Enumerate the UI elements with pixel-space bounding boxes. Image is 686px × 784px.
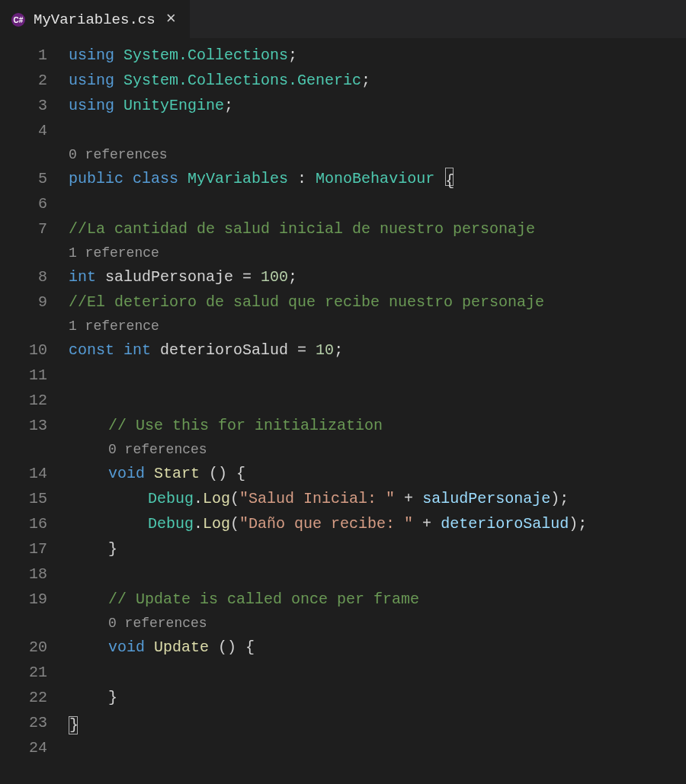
line-number: 11 — [0, 363, 47, 388]
tab-filename: MyVariables.cs — [34, 11, 155, 28]
csharp-file-icon: C# — [11, 12, 26, 27]
codelens-references[interactable]: 1 reference — [69, 242, 686, 264]
code-line[interactable]: void Start () { — [69, 461, 686, 486]
code-line[interactable]: // Use this for initialization — [69, 413, 686, 438]
line-number: 8 — [0, 264, 47, 290]
code-line[interactable]: } — [69, 710, 686, 735]
matched-brace: } — [69, 716, 78, 734]
code-editor[interactable]: 1 2 3 4 5 6 7 8 9 10 11 12 13 14 15 16 1… — [0, 38, 686, 784]
code-line[interactable]: Debug.Log("Salud Inicial: " + saludPerso… — [69, 486, 686, 511]
editor-cursor — [445, 168, 454, 186]
code-line[interactable]: int saludPersonaje = 100; — [69, 264, 686, 290]
line-number: 17 — [0, 536, 47, 562]
code-line[interactable]: //La cantidad de salud inicial de nuestr… — [69, 216, 686, 242]
line-number: 3 — [0, 93, 47, 118]
code-line[interactable]: } — [69, 685, 686, 710]
codelens-references[interactable]: 0 references — [69, 612, 686, 635]
line-number: 9 — [0, 290, 47, 315]
tab-active[interactable]: C# MyVariables.cs × — [0, 0, 190, 38]
line-number: 20 — [0, 635, 47, 660]
code-line[interactable] — [69, 191, 686, 216]
codelens-references[interactable]: 0 references — [69, 438, 686, 461]
line-number: 7 — [0, 216, 47, 242]
line-number-gutter: 1 2 3 4 5 6 7 8 9 10 11 12 13 14 15 16 1… — [0, 43, 69, 784]
line-number: 24 — [0, 735, 47, 760]
line-number: 10 — [0, 338, 47, 363]
line-number: 5 — [0, 166, 47, 191]
line-number: 19 — [0, 587, 47, 612]
code-line[interactable]: Debug.Log("Daño que recibe: " + deterior… — [69, 511, 686, 536]
line-number: 14 — [0, 461, 47, 486]
line-number: 23 — [0, 710, 47, 735]
code-line[interactable]: } — [69, 536, 686, 562]
line-number: 21 — [0, 660, 47, 685]
tab-bar: C# MyVariables.cs × — [0, 0, 686, 38]
line-number: 6 — [0, 191, 47, 216]
code-line[interactable]: public class MyVariables : MonoBehaviour — [69, 166, 686, 191]
line-number: 16 — [0, 511, 47, 536]
code-line[interactable]: using UnityEngine; — [69, 93, 686, 118]
code-line[interactable]: using System.Collections.Generic; — [69, 68, 686, 93]
codelens-references[interactable]: 0 references — [69, 143, 686, 166]
line-number: 2 — [0, 68, 47, 93]
code-line[interactable] — [69, 363, 686, 388]
code-line[interactable] — [69, 388, 686, 413]
line-number: 1 — [0, 43, 47, 68]
code-line[interactable]: //El deterioro de salud que recibe nuest… — [69, 290, 686, 315]
line-number: 4 — [0, 118, 47, 143]
codelens-references[interactable]: 1 reference — [69, 315, 686, 338]
line-number: 15 — [0, 486, 47, 511]
line-number: 18 — [0, 562, 47, 587]
code-line[interactable]: // Update is called once per frame — [69, 587, 686, 612]
line-number: 13 — [0, 413, 47, 438]
close-icon[interactable]: × — [163, 11, 179, 28]
code-content[interactable]: using System.Collections; using System.C… — [69, 43, 686, 784]
svg-text:C#: C# — [14, 16, 24, 24]
code-line[interactable]: using System.Collections; — [69, 43, 686, 68]
code-line[interactable] — [69, 118, 686, 143]
code-line[interactable] — [69, 660, 686, 685]
code-line[interactable] — [69, 735, 686, 760]
code-line[interactable]: const int deterioroSalud = 10; — [69, 338, 686, 363]
line-number: 12 — [0, 388, 47, 413]
line-number: 22 — [0, 685, 47, 710]
code-line[interactable] — [69, 562, 686, 587]
code-line[interactable]: void Update () { — [69, 635, 686, 660]
